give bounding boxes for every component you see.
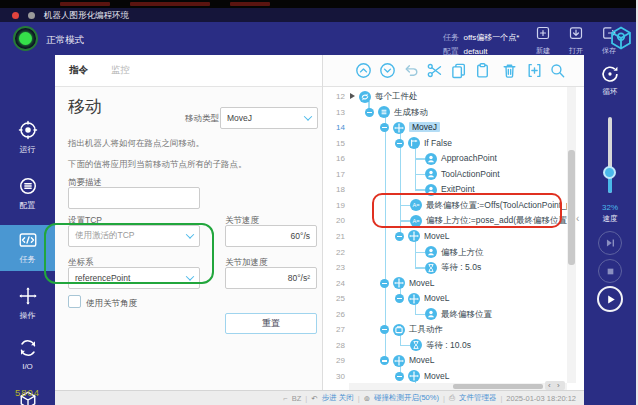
tree-node-label[interactable]: 等待 : 10.0s <box>426 340 471 352</box>
minimize-window-icon[interactable] <box>28 12 35 19</box>
copy-icon[interactable] <box>450 62 467 79</box>
use-joint-angles-checkbox[interactable] <box>68 295 81 308</box>
frame-value: referencePoint <box>75 273 130 283</box>
sidebar-item-label: I/O <box>0 362 55 371</box>
reset-button[interactable]: 重置 <box>225 313 317 334</box>
tree-row[interactable]: 13生成移动 <box>323 105 575 121</box>
tree-row[interactable]: 23等待 : 5.0s <box>323 260 575 276</box>
tree-row[interactable]: 19A=最终偏移位置:=Offs(ToolActionPoint_p,0,0,d… <box>323 198 575 214</box>
tree-row[interactable]: 17ToolActionPoint <box>323 167 575 183</box>
tree-row[interactable]: 24MoveL <box>323 276 575 292</box>
step-mode-status[interactable]: 步进 关闭 <box>322 393 354 403</box>
tree-node-label[interactable]: ApproachPoint <box>441 153 497 163</box>
collapse-node-icon[interactable] <box>380 279 389 288</box>
tree-row[interactable]: 29MoveL <box>323 353 575 369</box>
collapse-node-icon[interactable] <box>380 325 389 334</box>
collapse-panel-handle[interactable]: ‹ <box>576 213 579 224</box>
tree-row[interactable]: 28等待 : 10.0s <box>323 338 575 354</box>
joint-acc-input[interactable]: 80°/s² <box>225 267 317 289</box>
cut-icon[interactable] <box>426 62 443 79</box>
tree-row[interactable]: 25MoveL <box>323 291 575 307</box>
step-button[interactable] <box>598 231 622 255</box>
tree-node-label[interactable]: ToolActionPoint <box>441 169 500 179</box>
sidebar-item-label: 配置 <box>0 200 55 211</box>
paste-icon[interactable] <box>474 62 491 79</box>
tree-node-label[interactable]: MoveL <box>424 231 450 241</box>
close-window-icon[interactable] <box>12 12 19 19</box>
tree-row[interactable]: 14MoveJ <box>323 120 575 136</box>
insert-icon[interactable] <box>526 62 543 79</box>
collapse-node-icon[interactable] <box>365 108 374 117</box>
line-number: 29 <box>323 356 345 365</box>
tree-row[interactable]: 21MoveL <box>323 229 575 245</box>
collapse-node-icon[interactable] <box>380 123 389 132</box>
tcp-dropdown[interactable]: 使用激活的TCP <box>68 225 200 247</box>
speed-slider-thumb[interactable] <box>603 166 616 179</box>
collision-status[interactable]: 碰撞检测开启(50%) <box>374 393 439 403</box>
tab-command[interactable]: 指令 <box>69 64 88 77</box>
joint-speed-input[interactable]: 60°/s <box>225 225 317 247</box>
tree-row[interactable]: 12每个工件处 <box>323 89 575 105</box>
expander-arrow-icon[interactable] <box>350 93 355 99</box>
separator: | <box>443 394 445 403</box>
tree-row[interactable]: 18ExitPoint <box>323 182 575 198</box>
loop-mode-icon[interactable] <box>599 63 621 85</box>
tree-node-label[interactable]: ExitPoint <box>441 184 475 194</box>
tree-row[interactable]: 30MoveL <box>323 369 575 383</box>
tree-node-label[interactable]: 偏移上方位:=pose_add(最终偏移位置, [0,0,0. <box>426 215 575 227</box>
background-text-smudge <box>130 2 210 6</box>
tab-monitor[interactable]: 监控 <box>111 64 130 77</box>
play-button[interactable] <box>597 286 623 312</box>
new-button[interactable]: 新建 <box>528 25 558 56</box>
tree-node-label[interactable]: 生成移动 <box>394 107 428 119</box>
tree-row[interactable]: 22偏移上方位 <box>323 245 575 261</box>
sidebar-item-operate[interactable]: 操作 <box>0 281 55 327</box>
tree-node-label[interactable]: MoveL <box>409 355 435 365</box>
undo-icon[interactable] <box>403 62 420 79</box>
sidebar-item-task[interactable]: 任务 <box>0 225 55 271</box>
tree-row[interactable]: 27工具动作 <box>323 322 575 338</box>
tree-row[interactable]: 26最终偏移位置 <box>323 307 575 323</box>
tree-row[interactable]: 15If False <box>323 136 575 152</box>
tree-row[interactable]: 20A=偏移上方位:=pose_add(最终偏移位置, [0,0,0. <box>323 213 575 229</box>
open-button[interactable]: 打开 <box>561 25 591 56</box>
delete-icon[interactable] <box>501 62 518 79</box>
horizontal-scroll-buttons[interactable]: ‹ › <box>545 381 565 390</box>
sidebar-item-config[interactable]: 配置 <box>0 171 55 217</box>
tree-node-label[interactable]: MoveL <box>424 371 450 381</box>
file-manager-link[interactable]: 文件管理器 <box>459 393 497 403</box>
search-icon[interactable] <box>549 62 566 79</box>
collapse-node-icon[interactable] <box>395 139 404 148</box>
frame-dropdown[interactable]: referencePoint <box>68 267 200 289</box>
vertical-scrollbar-thumb[interactable] <box>568 150 575 265</box>
brief-description-input[interactable] <box>68 187 200 209</box>
status-badge: 5804 <box>0 387 55 398</box>
separator: | <box>358 394 360 403</box>
tree-node-label[interactable]: 偏移上方位 <box>441 247 484 259</box>
tree-node-label[interactable]: MoveJ <box>409 122 440 132</box>
tree-node-label[interactable]: 最终偏移位置:=Offs(ToolActionPoint_p,0,0,d2 <box>426 200 575 212</box>
loop-icon <box>359 91 371 103</box>
tree-node-label[interactable]: MoveL <box>409 278 435 288</box>
svg-text:A=: A= <box>413 203 420 209</box>
tree-node-label[interactable]: 等待 : 5.0s <box>441 262 481 274</box>
collapse-node-icon[interactable] <box>395 372 404 381</box>
collapse-all-icon[interactable] <box>355 62 372 79</box>
collapse-node-icon[interactable] <box>395 232 404 241</box>
tree-node-label[interactable]: 工具动作 <box>409 324 443 336</box>
tree-node-label[interactable]: 最终偏移位置 <box>441 309 492 321</box>
stop-button[interactable] <box>598 259 622 283</box>
tree-node-label[interactable]: MoveL <box>424 293 450 303</box>
tabs-row: 指令 监控 <box>55 55 322 87</box>
tree-row[interactable]: 16ApproachPoint <box>323 151 575 167</box>
horizontal-scrollbar-thumb[interactable] <box>453 384 543 389</box>
tree-node-label[interactable]: 每个工件处 <box>375 91 418 103</box>
collapse-node-icon[interactable] <box>395 294 404 303</box>
collapse-node-icon[interactable] <box>380 356 389 365</box>
sidebar-item-run[interactable]: 运行 <box>0 115 55 161</box>
waypoint-icon <box>425 184 437 196</box>
tree-node-label[interactable]: If False <box>424 138 452 148</box>
expand-all-icon[interactable] <box>379 62 396 79</box>
sidebar-item-io[interactable]: I/O <box>0 333 55 379</box>
move-type-dropdown[interactable]: MoveJ <box>220 107 318 129</box>
